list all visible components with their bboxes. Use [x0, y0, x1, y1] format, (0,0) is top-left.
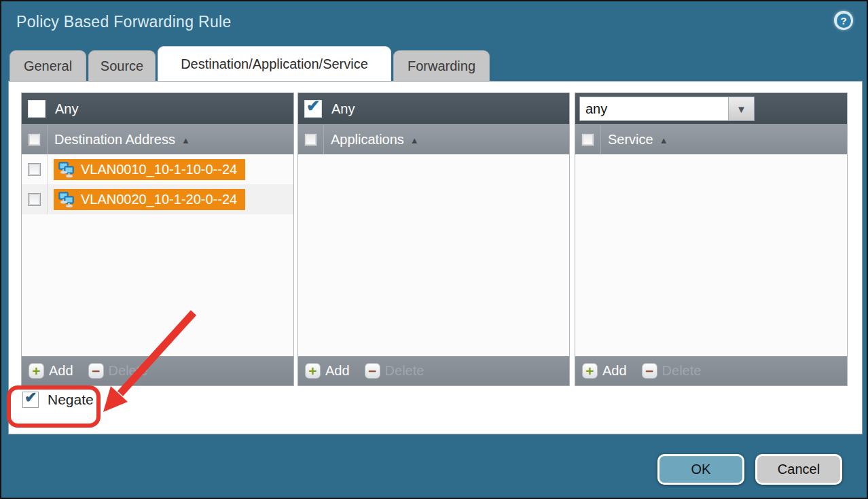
- plus-icon: +: [582, 363, 598, 379]
- destination-footer: + Add − Delete: [22, 356, 293, 385]
- minus-icon: −: [642, 363, 657, 379]
- plus-icon: +: [29, 363, 44, 379]
- add-button[interactable]: + Add: [29, 363, 73, 379]
- tab-forwarding[interactable]: Forwarding: [393, 50, 490, 81]
- cancel-button[interactable]: Cancel: [755, 454, 842, 485]
- table-row[interactable]: VLAN0020_10-1-20-0--24: [22, 184, 293, 214]
- destination-any-label: Any: [55, 101, 78, 117]
- address-object-label: VLAN0020_10-1-20-0--24: [81, 192, 237, 207]
- destination-list: VLAN0010_10-1-10-0--24: [22, 154, 293, 356]
- minus-icon: −: [88, 363, 104, 379]
- destination-column-sort[interactable]: Destination Address ▲: [48, 125, 190, 154]
- service-panel: ▼ Service ▲ + Add − De: [575, 92, 848, 386]
- table-row[interactable]: VLAN0010_10-1-10-0--24: [22, 154, 293, 184]
- network-group-icon: [58, 161, 75, 177]
- service-column-header: Service ▲: [575, 124, 847, 154]
- help-icon[interactable]: ?: [834, 11, 853, 30]
- applications-column-sort[interactable]: Applications ▲: [324, 125, 419, 154]
- tab-general[interactable]: General: [10, 50, 86, 81]
- delete-button[interactable]: − Delete: [88, 363, 148, 379]
- negate-row: Negate: [22, 392, 94, 408]
- applications-column-header: Applications ▲: [298, 124, 569, 154]
- add-button[interactable]: + Add: [305, 363, 350, 379]
- destination-any-header: Any: [22, 93, 293, 124]
- applications-footer: + Add − Delete: [298, 356, 569, 385]
- page-title: Policy Based Forwarding Rule: [16, 13, 232, 31]
- negate-label: Negate: [48, 392, 94, 408]
- tab-destination-application-service[interactable]: Destination/Application/Service: [158, 46, 391, 81]
- delete-button[interactable]: − Delete: [642, 363, 702, 379]
- sort-asc-icon: ▲: [659, 134, 668, 145]
- service-footer: + Add − Delete: [575, 356, 847, 385]
- service-column-sort[interactable]: Service ▲: [601, 125, 668, 154]
- service-column-label: Service: [608, 132, 653, 148]
- network-group-icon: [58, 191, 75, 207]
- tab-source[interactable]: Source: [88, 50, 156, 81]
- add-button[interactable]: + Add: [582, 363, 627, 379]
- destination-panel: Any Destination Address ▲: [21, 92, 294, 386]
- destination-column-label: Destination Address: [54, 132, 175, 148]
- ok-button[interactable]: OK: [657, 454, 744, 485]
- service-dropdown-header: ▼: [575, 93, 847, 124]
- plus-icon: +: [305, 363, 321, 379]
- row-checkbox[interactable]: [28, 163, 41, 176]
- applications-column-label: Applications: [331, 132, 404, 148]
- tab-content: Any Destination Address ▲: [8, 81, 863, 434]
- service-list: [575, 154, 847, 356]
- applications-panel: Any Applications ▲ + Add − Dele: [297, 92, 570, 386]
- delete-button[interactable]: − Delete: [365, 363, 424, 379]
- applications-select-all-checkbox[interactable]: [304, 133, 317, 146]
- service-combobox: ▼: [579, 97, 755, 121]
- sort-asc-icon: ▲: [410, 134, 419, 145]
- service-dropdown-input[interactable]: [580, 97, 728, 120]
- tab-bar: General Source Destination/Application/S…: [10, 46, 490, 81]
- applications-any-checkbox[interactable]: [304, 100, 322, 118]
- destination-column-header: Destination Address ▲: [22, 124, 293, 154]
- applications-any-label: Any: [331, 101, 355, 117]
- destination-select-all-checkbox[interactable]: [28, 133, 41, 146]
- row-checkbox[interactable]: [28, 193, 41, 206]
- policy-forwarding-dialog: Policy Based Forwarding Rule ? General S…: [0, 0, 868, 499]
- chevron-down-icon[interactable]: ▼: [728, 97, 754, 120]
- negate-checkbox[interactable]: [22, 392, 39, 408]
- minus-icon: −: [365, 363, 380, 379]
- destination-any-checkbox[interactable]: [28, 100, 46, 118]
- service-select-all-checkbox[interactable]: [581, 133, 594, 146]
- address-object-label: VLAN0010_10-1-10-0--24: [81, 162, 237, 177]
- address-object-chip[interactable]: VLAN0010_10-1-10-0--24: [54, 159, 245, 180]
- sort-asc-icon: ▲: [181, 134, 190, 145]
- applications-list: [298, 154, 569, 356]
- applications-any-header: Any: [298, 93, 569, 124]
- address-object-chip[interactable]: VLAN0020_10-1-20-0--24: [54, 189, 245, 210]
- help-icon-glyph: ?: [837, 14, 851, 28]
